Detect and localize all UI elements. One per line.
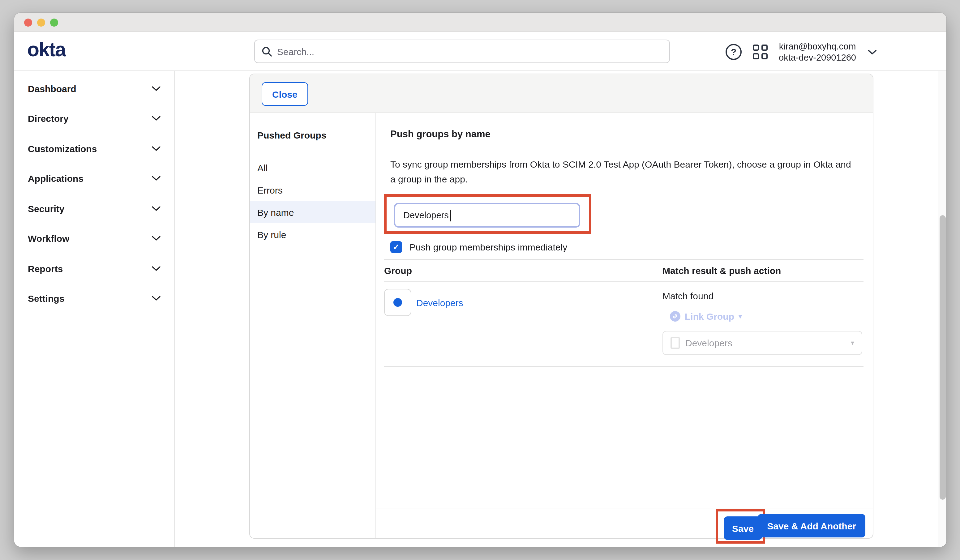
topbar-right-cluster: ? kiran@boxyhq.com okta-dev-20901260 xyxy=(726,32,877,71)
content-row: Dashboard Directory Customizations Appli… xyxy=(14,71,946,547)
main-content: Close Pushed Groups All Errors By name B… xyxy=(175,71,946,547)
link-group-caret-icon: ▾ xyxy=(739,312,742,320)
nav-item-all[interactable]: All xyxy=(250,157,376,179)
group-avatar xyxy=(384,289,411,316)
sidebar-item-workflow[interactable]: Workflow xyxy=(14,224,174,254)
nav-item-by-name[interactable]: By name xyxy=(250,201,376,223)
group-cell: Developers xyxy=(384,289,463,316)
match-group-select[interactable]: Developers ▾ xyxy=(662,331,862,355)
panel-header: Close xyxy=(250,74,873,113)
sidebar-item-settings[interactable]: Settings xyxy=(14,283,174,314)
chevron-down-icon xyxy=(152,86,161,91)
okta-topbar: okta ? kiran@boxyhq.com okta-dev-2090126… xyxy=(14,32,946,71)
macos-titlebar xyxy=(14,13,946,32)
table-row: Developers Match found Lin xyxy=(384,282,864,367)
apps-grid-icon[interactable] xyxy=(753,44,768,59)
sidebar-item-directory[interactable]: Directory xyxy=(14,104,174,134)
link-group-button[interactable]: Link Group ▾ xyxy=(670,311,742,322)
window-close-button[interactable] xyxy=(24,18,32,26)
panel-footer: Save Save & Add Another xyxy=(376,508,873,539)
pushed-groups-nav-list: All Errors By name By rule xyxy=(250,157,376,245)
description-text: To sync group memberships from Okta to S… xyxy=(390,157,851,187)
match-table: Group Match result & push action Develop… xyxy=(384,259,864,367)
chevron-down-icon xyxy=(152,236,161,242)
sidebar-item-applications[interactable]: Applications xyxy=(14,163,174,194)
chevron-down-icon xyxy=(152,176,161,181)
save-button[interactable]: Save xyxy=(724,517,762,540)
pushed-groups-panel: Close Pushed Groups All Errors By name B… xyxy=(249,74,874,539)
window-minimize-button[interactable] xyxy=(37,18,45,26)
group-name-link[interactable]: Developers xyxy=(416,297,463,308)
okta-logo: okta xyxy=(27,40,66,63)
account-info: kiran@boxyhq.com okta-dev-20901260 xyxy=(779,40,856,63)
sidebar-item-security[interactable]: Security xyxy=(14,194,174,224)
group-name-input-value: Developers xyxy=(403,210,449,220)
search-box[interactable] xyxy=(254,40,670,63)
scrollbar-track[interactable] xyxy=(938,71,946,547)
match-result-text: Match found xyxy=(662,291,714,301)
push-immediately-checkbox[interactable]: ✓ xyxy=(390,241,402,253)
nav-item-errors[interactable]: Errors xyxy=(250,179,376,201)
desktop: okta ? kiran@boxyhq.com okta-dev-2090126… xyxy=(0,0,960,560)
group-name-input[interactable]: Developers xyxy=(394,203,580,227)
match-table-header: Group Match result & push action xyxy=(384,259,864,282)
chevron-down-icon xyxy=(152,146,161,152)
search-input[interactable] xyxy=(277,40,669,62)
chevron-down-icon xyxy=(152,296,161,301)
search-icon xyxy=(262,46,272,57)
chevron-down-icon xyxy=(152,116,161,122)
link-icon xyxy=(670,311,680,322)
chevron-down-icon xyxy=(152,266,161,272)
annotation-highlight-input: Developers xyxy=(384,194,591,234)
window-zoom-button[interactable] xyxy=(50,18,58,26)
group-icon xyxy=(394,298,402,307)
account-org: okta-dev-20901260 xyxy=(779,52,856,63)
text-cursor xyxy=(450,210,451,221)
select-caret-icon: ▾ xyxy=(851,339,854,347)
account-chevron-down-icon[interactable] xyxy=(867,48,877,55)
close-button[interactable]: Close xyxy=(262,82,308,106)
match-select-value: Developers xyxy=(685,338,845,348)
sidebar-item-dashboard[interactable]: Dashboard xyxy=(14,74,174,104)
help-icon[interactable]: ? xyxy=(726,43,742,60)
column-header-match: Match result & push action xyxy=(662,265,864,276)
account-email: kiran@boxyhq.com xyxy=(779,40,856,52)
select-checkbox-icon xyxy=(670,337,680,349)
sidebar: Dashboard Directory Customizations Appli… xyxy=(14,71,175,547)
pushed-groups-nav: Pushed Groups All Errors By name By rule xyxy=(250,113,376,538)
chevron-down-icon xyxy=(152,206,161,211)
app-window: okta ? kiran@boxyhq.com okta-dev-2090126… xyxy=(14,13,946,547)
pushed-groups-title: Pushed Groups xyxy=(257,130,376,141)
panel-body: Pushed Groups All Errors By name By rule… xyxy=(250,113,873,538)
save-add-another-button[interactable]: Save & Add Another xyxy=(758,514,866,538)
sidebar-item-customizations[interactable]: Customizations xyxy=(14,134,174,163)
column-header-group: Group xyxy=(384,265,662,276)
push-immediately-row: ✓ Push group memberships immediately xyxy=(390,241,567,253)
scrollbar-thumb[interactable] xyxy=(939,215,946,500)
push-by-name-content: Push groups by name To sync group member… xyxy=(376,113,873,538)
page-title: Push groups by name xyxy=(390,129,491,140)
nav-item-by-rule[interactable]: By rule xyxy=(250,223,376,245)
sidebar-item-reports[interactable]: Reports xyxy=(14,254,174,283)
push-immediately-label: Push group memberships immediately xyxy=(410,242,567,252)
link-group-label: Link Group xyxy=(685,311,734,322)
